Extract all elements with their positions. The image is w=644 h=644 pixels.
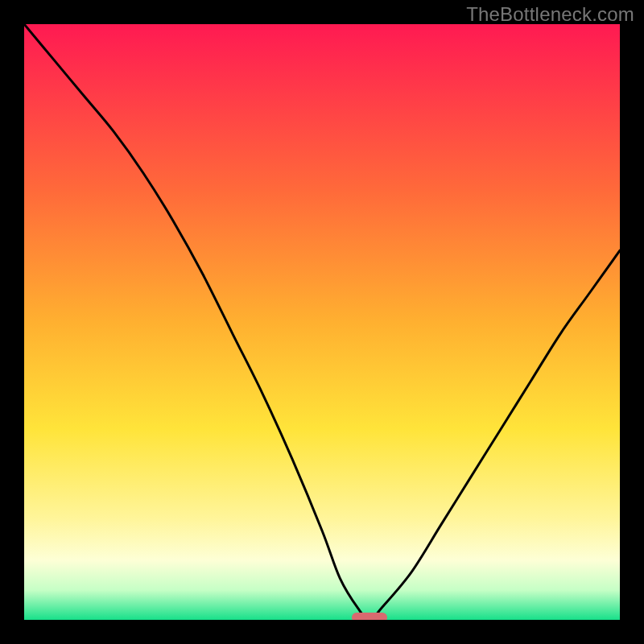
watermark-text: TheBottleneck.com <box>466 3 634 26</box>
plot-area <box>24 24 620 620</box>
bottleneck-curve <box>24 24 620 620</box>
optimal-marker <box>352 613 387 620</box>
chart-frame: TheBottleneck.com <box>0 0 644 644</box>
